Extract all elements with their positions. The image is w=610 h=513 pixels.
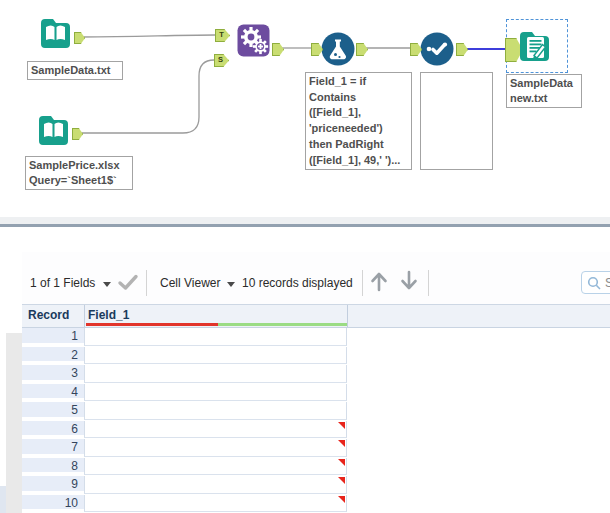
input-data-tool2-icon[interactable]: [36, 112, 71, 150]
output-data-tool-icon[interactable]: [517, 28, 552, 66]
canvas-panel-gap: [0, 217, 610, 224]
cell-viewer-button[interactable]: Cell Viewer: [160, 276, 220, 290]
field-value-cell[interactable]: James priceneeded 5421.0000 0.4756: [84, 384, 347, 402]
search-placeholder: S: [605, 276, 610, 290]
record-number-cell[interactable]: 7: [22, 439, 84, 456]
search-icon: [587, 276, 601, 290]
fields-selector-caret-icon[interactable]: [103, 282, 111, 287]
results-toolbar: 1 of 1 Fields Cell Viewer 10 records dis…: [0, 252, 610, 305]
field-value-cell[interactable]: Jane pricenotneeded0450.0000: [84, 439, 347, 457]
workflow-canvas[interactable]: SampleData.txt SamplePrice.xlsx Query=`S…: [0, 0, 610, 217]
table-row: 10 Daniel pricenotneeded1523.0000: [22, 495, 348, 513]
wire-input1-append[interactable]: [81, 35, 215, 37]
record-number-cell[interactable]: 5: [22, 402, 84, 419]
cell-flag-triangle: [338, 440, 345, 447]
results-table: Record Field_1 1 050820 2 Tom priceneede…: [22, 304, 610, 513]
field-value-cell[interactable]: Julie priceneeded 0010.0000 0.4756: [84, 402, 347, 420]
toolbar-separator: [146, 270, 147, 296]
record-number-cell[interactable]: 1: [22, 328, 84, 345]
data-quality-bar-red: [86, 323, 218, 326]
cell-flag-triangle: [338, 477, 345, 484]
formula-annotation: Field_1 = if Contains ([Field_1], 'price…: [305, 72, 412, 170]
field-value-cell[interactable]: 050820: [84, 328, 347, 346]
input1-label: SampleData.txt: [27, 61, 123, 80]
alteryx-designer-window: SampleData.txt SamplePrice.xlsx Query=`S…: [0, 0, 610, 513]
append-anchor-s-label: S: [216, 55, 225, 64]
input2-label: SamplePrice.xlsx Query=`Sheet1$`: [25, 156, 133, 190]
append-fields-tool-icon[interactable]: [237, 24, 270, 57]
field-value-cell[interactable]: Rocky pricenotneeded4200.0000: [84, 421, 347, 439]
field-value-cell[interactable]: Rebecca pricenotneeded0065.0000: [84, 458, 347, 476]
formula-tool-icon[interactable]: [321, 32, 355, 66]
cell-viewer-caret-icon[interactable]: [227, 282, 235, 287]
field-value-cell[interactable]: Dave pricenotneeded0985.0000: [84, 476, 347, 494]
record-number-cell[interactable]: 9: [22, 476, 84, 493]
results-table-header: Record Field_1: [22, 304, 610, 328]
fields-selector[interactable]: 1 of 1 Fields: [30, 276, 95, 290]
records-displayed-text: 10 records displayed: [242, 276, 353, 290]
rail-corner: [0, 486, 6, 513]
output-label: SampleData new.txt: [506, 74, 582, 108]
field-value-cell[interactable]: Daniel pricenotneeded1523.0000: [84, 495, 347, 513]
cell-flag-triangle: [338, 422, 345, 429]
record-number-cell[interactable]: 3: [22, 365, 84, 382]
table-row: 3 Sam priceneeded 5210.0000 0.4756: [22, 365, 348, 384]
cell-flag-triangle: [338, 459, 345, 466]
arrow-up-icon[interactable]: [368, 269, 390, 293]
table-row: 7 Jane pricenotneeded0450.0000: [22, 439, 348, 458]
record-number-cell[interactable]: 2: [22, 347, 84, 364]
toolbar-separator: [362, 270, 363, 296]
arrow-down-icon[interactable]: [398, 269, 420, 293]
table-row: 1 050820: [22, 328, 348, 347]
field-value-cell[interactable]: Tom priceneeded 1000.0000 0.4756: [84, 347, 347, 365]
append-anchor-t-label: T: [217, 30, 226, 39]
toolbar-separator: [428, 270, 429, 296]
record-number-cell[interactable]: 4: [22, 384, 84, 401]
record-number-cell[interactable]: 6: [22, 421, 84, 438]
table-row: 2 Tom priceneeded 1000.0000 0.4756: [22, 347, 348, 366]
field-value-cell[interactable]: Sam priceneeded 5210.0000 0.4756: [84, 365, 347, 383]
input-data-tool-icon[interactable]: [38, 15, 73, 53]
table-row: 9 Dave pricenotneeded0985.0000: [22, 476, 348, 495]
table-row: 5 Julie priceneeded 0010.0000 0.4756: [22, 402, 348, 421]
results-table-body: 1 050820 2 Tom priceneeded 1000.0000 0.4…: [22, 328, 610, 513]
data-quality-bar-green: [218, 323, 347, 326]
table-row: 8 Rebecca pricenotneeded0065.0000: [22, 458, 348, 477]
record-number-cell[interactable]: 8: [22, 458, 84, 475]
results-title-bar: Results - Output Data (6) - Input: [0, 227, 610, 252]
rail-track: [6, 333, 22, 513]
search-input[interactable]: S: [581, 271, 610, 294]
table-row: 6 Rocky pricenotneeded4200.0000: [22, 421, 348, 440]
record-number-cell[interactable]: 10: [22, 495, 84, 512]
column-header-record[interactable]: Record: [28, 305, 69, 327]
apply-checkmark-icon[interactable]: [117, 272, 139, 292]
select-annotation-empty: [420, 72, 493, 170]
select-tool-icon[interactable]: [420, 32, 454, 66]
cell-flag-triangle: [338, 496, 345, 503]
table-row: 4 James priceneeded 5421.0000 0.4756: [22, 384, 348, 403]
